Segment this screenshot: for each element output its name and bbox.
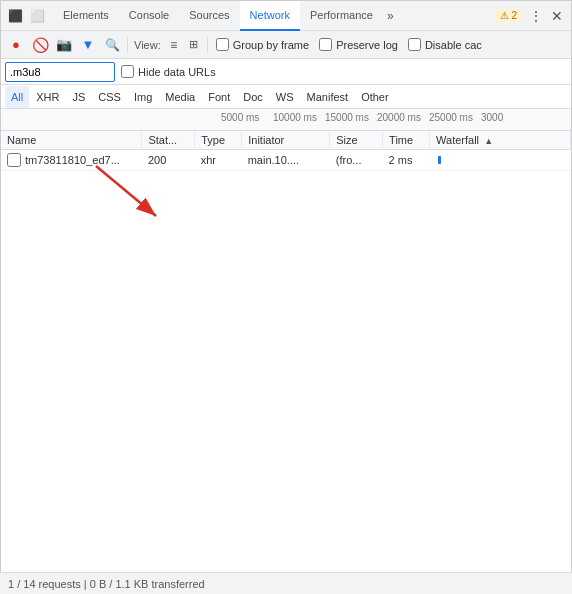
disable-cache-label: Disable cac — [425, 39, 482, 51]
hide-data-urls-group: Hide data URLs — [121, 65, 216, 78]
filter-type-xhr[interactable]: XHR — [30, 86, 65, 108]
tab-network[interactable]: Network — [240, 1, 300, 31]
main-content: Hide data URLs All XHR JS CSS Img Media … — [1, 59, 571, 594]
tab-console[interactable]: Console — [119, 1, 179, 31]
filter-type-other[interactable]: Other — [355, 86, 395, 108]
group-by-frame-label: Group by frame — [233, 39, 309, 51]
view-tree-button[interactable]: ⊞ — [185, 36, 203, 54]
devtools-menu-button[interactable]: ⋮ — [525, 6, 547, 26]
status-bar: 1 / 14 requests | 0 B / 1.1 KB transferr… — [0, 572, 572, 594]
clear-button[interactable]: 🚫 — [29, 34, 51, 56]
devtools-dock-button[interactable]: ⬛ — [5, 6, 25, 26]
hide-data-urls-label: Hide data URLs — [138, 66, 216, 78]
disable-cache-group: Disable cac — [408, 38, 482, 51]
screenshot-button[interactable]: 📷 — [53, 34, 75, 56]
network-table-container: Name Stat... Type Initiator Size — [1, 131, 571, 594]
cell-status: 200 — [142, 150, 195, 171]
filter-toggle-button[interactable]: ▼ — [77, 34, 99, 56]
hide-data-urls-checkbox[interactable] — [121, 65, 134, 78]
filter-type-font[interactable]: Font — [202, 86, 236, 108]
filter-type-css[interactable]: CSS — [92, 86, 127, 108]
waterfall-bar — [438, 156, 441, 164]
filter-type-js[interactable]: JS — [66, 86, 91, 108]
tick-5000: 5000 ms — [221, 112, 259, 123]
table-row[interactable]: tm73811810_ed7... 200 xhr main.10.... (f… — [1, 150, 571, 171]
table-header-row: Name Stat... Type Initiator Size — [1, 131, 571, 150]
sort-arrow: ▲ — [484, 136, 493, 146]
record-button[interactable]: ● — [5, 34, 27, 56]
tab-elements[interactable]: Elements — [53, 1, 119, 31]
filter-type-manifest[interactable]: Manifest — [301, 86, 355, 108]
filter-type-ws[interactable]: WS — [270, 86, 300, 108]
network-toolbar: ● 🚫 📷 ▼ 🔍 View: ≡ ⊞ Group by frame Prese… — [1, 31, 571, 59]
tick-30000: 3000 — [481, 112, 503, 123]
toolbar-separator-2 — [207, 37, 208, 53]
group-by-frame-group: Group by frame — [216, 38, 309, 51]
tick-15000: 15000 ms — [325, 112, 369, 123]
row-checkbox[interactable] — [7, 153, 21, 167]
filter-type-all[interactable]: All — [5, 86, 29, 108]
tab-bar: ⬛ ⬜ Elements Console Sources Network Per… — [1, 1, 571, 31]
filter-type-bar: All XHR JS CSS Img Media Font Doc WS Man… — [1, 85, 571, 109]
network-table: Name Stat... Type Initiator Size — [1, 131, 571, 171]
col-header-time[interactable]: Time — [383, 131, 430, 150]
cell-initiator: main.10.... — [242, 150, 330, 171]
cell-type: xhr — [195, 150, 242, 171]
timeline-ticks: 5000 ms 10000 ms 15000 ms 20000 ms 25000… — [221, 109, 571, 131]
view-list-button[interactable]: ≡ — [165, 36, 183, 54]
devtools-close-button[interactable]: ✕ — [547, 6, 567, 26]
col-header-size[interactable]: Size — [330, 131, 383, 150]
cell-size: (fro... — [330, 150, 383, 171]
filter-input[interactable] — [5, 62, 115, 82]
preserve-log-label: Preserve log — [336, 39, 398, 51]
tick-20000: 20000 ms — [377, 112, 421, 123]
col-header-status[interactable]: Stat... — [142, 131, 195, 150]
tab-warning-badge: ⚠ 2 — [496, 9, 521, 22]
svg-line-1 — [96, 166, 156, 216]
cell-waterfall — [430, 150, 571, 171]
col-header-name[interactable]: Name — [1, 131, 142, 150]
preserve-log-checkbox[interactable] — [319, 38, 332, 51]
group-by-frame-checkbox[interactable] — [216, 38, 229, 51]
timeline-header: 5000 ms 10000 ms 15000 ms 20000 ms 25000… — [1, 109, 571, 131]
view-label: View: — [134, 39, 161, 51]
tab-more-button[interactable]: » — [383, 9, 398, 23]
disable-cache-checkbox[interactable] — [408, 38, 421, 51]
status-text: 1 / 14 requests | 0 B / 1.1 KB transferr… — [8, 578, 205, 590]
preserve-log-group: Preserve log — [319, 38, 398, 51]
col-header-waterfall[interactable]: Waterfall ▲ — [430, 131, 571, 150]
tick-25000: 25000 ms — [429, 112, 473, 123]
filter-type-doc[interactable]: Doc — [237, 86, 269, 108]
tab-performance[interactable]: Performance — [300, 1, 383, 31]
cell-time: 2 ms — [383, 150, 430, 171]
devtools-undock-button[interactable]: ⬜ — [27, 6, 47, 26]
search-button[interactable]: 🔍 — [101, 34, 123, 56]
col-header-initiator[interactable]: Initiator — [242, 131, 330, 150]
filter-type-media[interactable]: Media — [159, 86, 201, 108]
tick-10000: 10000 ms — [273, 112, 317, 123]
filter-type-img[interactable]: Img — [128, 86, 158, 108]
col-header-type[interactable]: Type — [195, 131, 242, 150]
cell-name: tm73811810_ed7... — [1, 150, 142, 171]
tab-sources[interactable]: Sources — [179, 1, 239, 31]
view-icons: ≡ ⊞ — [165, 36, 203, 54]
waterfall-bar-container — [436, 153, 565, 167]
filter-bar: Hide data URLs — [1, 59, 571, 85]
toolbar-separator-1 — [127, 37, 128, 53]
tab-icons: ⬛ ⬜ — [5, 6, 47, 26]
